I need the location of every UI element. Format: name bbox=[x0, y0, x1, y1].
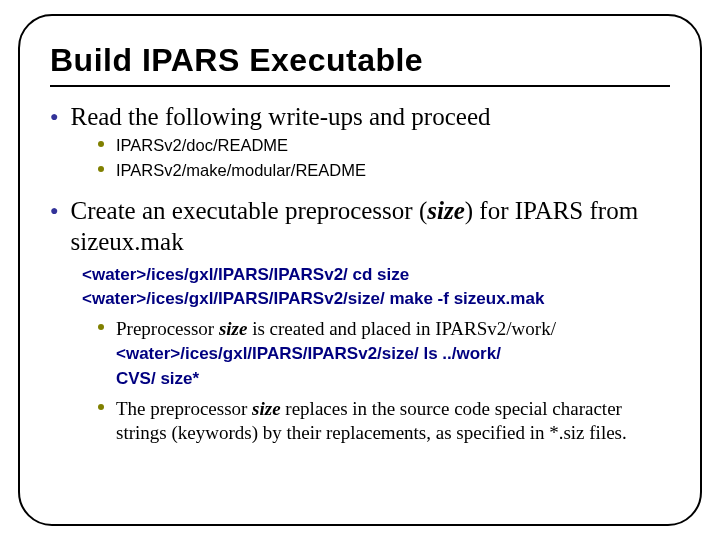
command-line-1: <water>/ices/gxl/IPARS/IPARSv2/ cd size bbox=[82, 263, 670, 287]
circle-bullet-icon bbox=[98, 166, 104, 172]
sub-text: IPARSv2/doc/README bbox=[116, 134, 288, 156]
command-line-2: <water>/ices/gxl/IPARS/IPARSv2/size/ mak… bbox=[82, 287, 670, 311]
text-pre: Preprocessor bbox=[116, 318, 219, 339]
text-em: size bbox=[219, 318, 248, 339]
text-post: is created and placed in IPARSv2/work/ bbox=[247, 318, 556, 339]
output-line-2: CVS/ size* bbox=[116, 368, 556, 391]
sub-item-1b: IPARSv2/make/modular/README bbox=[98, 159, 670, 181]
text-em: size bbox=[252, 398, 281, 419]
disc-bullet-icon: ● bbox=[50, 110, 58, 124]
disc-bullet-icon: ● bbox=[50, 204, 58, 218]
circle-bullet-icon bbox=[98, 141, 104, 147]
circle-bullet-icon bbox=[98, 404, 104, 410]
sub-item-2b: The preprocessor size replaces in the so… bbox=[98, 397, 670, 446]
sub-item-2a: Preprocessor size is created and placed … bbox=[98, 317, 670, 391]
output-line-1: <water>/ices/gxl/IPARS/IPARSv2/size/ ls … bbox=[116, 343, 556, 366]
slide-frame: Build IPARS Executable ● Read the follow… bbox=[18, 14, 702, 526]
text-em: size bbox=[427, 197, 465, 224]
text-pre: The preprocessor bbox=[116, 398, 252, 419]
text-pre: Create an executable preprocessor ( bbox=[70, 197, 427, 224]
bullet-item-1: ● Read the following write-ups and proce… bbox=[50, 101, 670, 132]
sub-text: IPARSv2/make/modular/README bbox=[116, 159, 366, 181]
circle-bullet-icon bbox=[98, 324, 104, 330]
slide-title: Build IPARS Executable bbox=[50, 42, 670, 79]
bullet-text: Create an executable preprocessor (size)… bbox=[70, 195, 670, 258]
sub-text: Preprocessor size is created and placed … bbox=[116, 317, 556, 391]
sub-text: The preprocessor size replaces in the so… bbox=[116, 397, 670, 446]
command-block: <water>/ices/gxl/IPARS/IPARSv2/ cd size … bbox=[82, 263, 670, 311]
title-divider bbox=[50, 85, 670, 87]
sub-item-1a: IPARSv2/doc/README bbox=[98, 134, 670, 156]
bullet-text: Read the following write-ups and proceed bbox=[70, 101, 490, 132]
bullet-item-2: ● Create an executable preprocessor (siz… bbox=[50, 195, 670, 258]
